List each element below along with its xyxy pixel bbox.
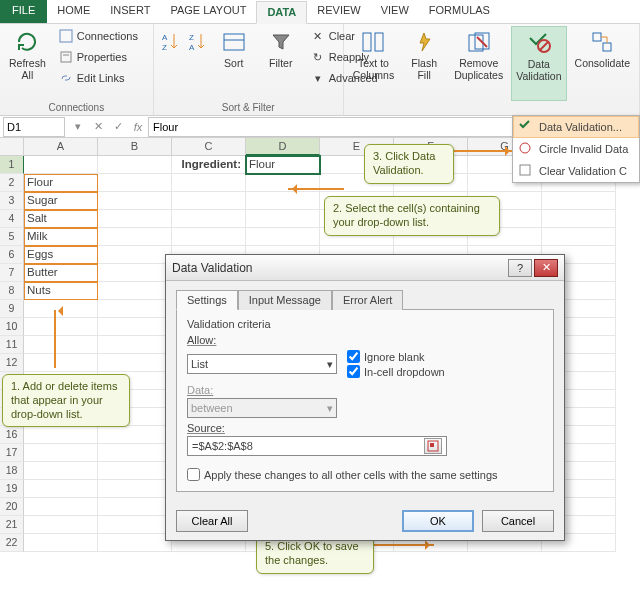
cancel-button[interactable]: Cancel <box>482 510 554 532</box>
cell[interactable] <box>98 282 172 300</box>
dialog-help-button[interactable]: ? <box>508 259 532 277</box>
cell[interactable] <box>24 480 98 498</box>
row-header[interactable]: 17 <box>0 444 24 462</box>
consolidate-button[interactable]: Consolidate <box>570 26 635 101</box>
select-all-corner[interactable] <box>0 138 24 155</box>
cancel-formula-button[interactable]: ✕ <box>88 117 108 137</box>
tab-data[interactable]: DATA <box>256 1 307 24</box>
cell[interactable] <box>98 156 172 174</box>
col-header[interactable]: C <box>172 138 246 155</box>
source-input[interactable]: =$A$2:$A$8 <box>187 436 447 456</box>
edit-links-button[interactable]: Edit Links <box>54 68 142 88</box>
row-header[interactable]: 21 <box>0 516 24 534</box>
row-header[interactable]: 16 <box>0 426 24 444</box>
connections-button[interactable]: Connections <box>54 26 142 46</box>
cell[interactable]: Ingredient: <box>172 156 246 174</box>
name-box[interactable] <box>3 117 65 137</box>
row-header[interactable]: 3 <box>0 192 24 210</box>
sort-button[interactable]: Sort <box>212 26 256 101</box>
fx-button[interactable]: fx <box>128 117 148 137</box>
ignore-blank-checkbox[interactable]: Ignore blank <box>347 350 543 363</box>
filter-button[interactable]: Filter <box>259 26 303 101</box>
cell[interactable]: Milk <box>24 228 98 246</box>
cell[interactable] <box>542 228 616 246</box>
cell[interactable] <box>98 534 172 552</box>
cell[interactable] <box>542 210 616 228</box>
cell[interactable] <box>98 300 172 318</box>
cell[interactable] <box>172 210 246 228</box>
row-header[interactable]: 5 <box>0 228 24 246</box>
cell[interactable] <box>24 336 98 354</box>
cell[interactable] <box>246 192 320 210</box>
range-picker-button[interactable] <box>424 438 442 454</box>
tab-settings[interactable]: Settings <box>176 290 238 310</box>
cell[interactable]: Butter <box>24 264 98 282</box>
cell[interactable] <box>98 354 172 372</box>
cell[interactable]: Sugar <box>24 192 98 210</box>
properties-button[interactable]: Properties <box>54 47 142 67</box>
row-header[interactable]: 4 <box>0 210 24 228</box>
menu-circle-invalid[interactable]: Circle Invalid Data <box>513 138 639 160</box>
data-validation-button[interactable]: Data Validation <box>511 26 566 101</box>
cell[interactable]: Nuts <box>24 282 98 300</box>
row-header[interactable]: 6 <box>0 246 24 264</box>
menu-clear-validation[interactable]: Clear Validation C <box>513 160 639 182</box>
cell[interactable] <box>98 480 172 498</box>
row-header[interactable]: 2 <box>0 174 24 192</box>
cell[interactable] <box>172 174 246 192</box>
cell[interactable] <box>24 354 98 372</box>
row-header[interactable]: 8 <box>0 282 24 300</box>
cell[interactable] <box>98 246 172 264</box>
enter-formula-button[interactable]: ✓ <box>108 117 128 137</box>
remove-duplicates-button[interactable]: Remove Duplicates <box>449 26 508 101</box>
tab-file[interactable]: FILE <box>0 0 47 23</box>
tab-insert[interactable]: INSERT <box>100 0 160 23</box>
cell[interactable] <box>24 318 98 336</box>
row-header[interactable]: 22 <box>0 534 24 552</box>
tab-page-layout[interactable]: PAGE LAYOUT <box>160 0 256 23</box>
row-header[interactable]: 19 <box>0 480 24 498</box>
ok-button[interactable]: OK <box>402 510 474 532</box>
cell[interactable] <box>24 462 98 480</box>
sort-az-button[interactable]: AZ <box>158 26 182 101</box>
cell[interactable] <box>98 264 172 282</box>
refresh-all-button[interactable]: Refresh All <box>4 26 51 101</box>
tab-formulas[interactable]: FORMULAS <box>419 0 500 23</box>
row-header[interactable]: 1 <box>0 156 24 174</box>
cell[interactable] <box>98 174 172 192</box>
cell[interactable] <box>98 426 172 444</box>
row-header[interactable]: 9 <box>0 300 24 318</box>
namebox-dropdown[interactable]: ▾ <box>68 117 88 137</box>
col-header[interactable]: D <box>246 138 320 155</box>
row-header[interactable]: 20 <box>0 498 24 516</box>
col-header[interactable]: B <box>98 138 172 155</box>
text-to-columns-button[interactable]: Text to Columns <box>348 26 399 101</box>
cell[interactable] <box>98 444 172 462</box>
row-header[interactable]: 12 <box>0 354 24 372</box>
cell[interactable] <box>246 228 320 246</box>
cell[interactable]: Salt <box>24 210 98 228</box>
cell[interactable] <box>98 192 172 210</box>
cell[interactable] <box>24 426 98 444</box>
row-header[interactable]: 11 <box>0 336 24 354</box>
cell[interactable] <box>542 192 616 210</box>
tab-home[interactable]: HOME <box>47 0 100 23</box>
col-header[interactable]: A <box>24 138 98 155</box>
cell[interactable]: Flour▾ <box>246 156 320 174</box>
cell[interactable] <box>98 498 172 516</box>
cell[interactable]: Flour <box>24 174 98 192</box>
cell[interactable] <box>24 534 98 552</box>
cell[interactable] <box>98 516 172 534</box>
tab-review[interactable]: REVIEW <box>307 0 370 23</box>
menu-data-validation[interactable]: Data Validation... <box>513 116 639 138</box>
cell[interactable]: Eggs <box>24 246 98 264</box>
cell[interactable] <box>24 444 98 462</box>
row-header[interactable]: 7 <box>0 264 24 282</box>
cell[interactable] <box>98 228 172 246</box>
cell[interactable] <box>246 210 320 228</box>
tab-view[interactable]: VIEW <box>371 0 419 23</box>
cell[interactable] <box>172 228 246 246</box>
dialog-close-button[interactable]: ✕ <box>534 259 558 277</box>
cell[interactable] <box>98 210 172 228</box>
cell[interactable] <box>98 462 172 480</box>
